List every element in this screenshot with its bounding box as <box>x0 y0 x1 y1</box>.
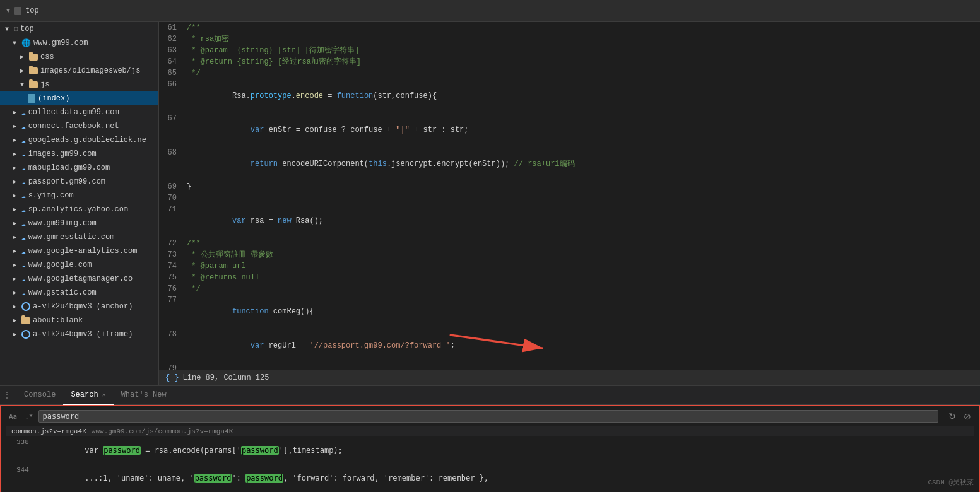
sidebar-item-a-vlk2u4-iframe[interactable]: ▶ a-vlk2u4bqmv3 (iframe) <box>0 327 158 341</box>
sidebar-item-www-gmresstatic[interactable]: ▶ ☁ www.gmresstatic.com <box>0 230 158 244</box>
code-line-67: 67 var enStr = confuse ? confuse + "|" +… <box>159 113 980 147</box>
expand-arrow-css: ▶ <box>20 53 28 61</box>
code-line-69: 69 } <box>159 181 980 192</box>
cloud-icon-www-gstatic: ☁ <box>21 289 26 297</box>
cloud-icon-collectdata: ☁ <box>21 108 26 117</box>
tab-search[interactable]: Search ✕ <box>63 386 113 405</box>
bottom-panel: ⋮ Console Search ✕ What's New Aa .* ↻ ⊘ … <box>0 385 980 492</box>
code-line-78: 78 var regUrl = '//passport.gm99.com/?fo… <box>159 329 980 363</box>
sidebar-item-www-gm99img[interactable]: ▶ ☁ www.gm99img.com <box>0 216 158 230</box>
sidebar-item-collectdata[interactable]: ▶ ☁ collectdata.gm99.com <box>0 105 158 119</box>
sidebar-label-www-gm99img: www.gm99img.com <box>28 219 97 228</box>
sidebar-item-www-gm99[interactable]: ▼ 🌐 www.gm99.com <box>0 36 158 50</box>
tab-whats-new[interactable]: What's New <box>114 386 174 405</box>
code-line-73: 73 * 公共彈窗註冊 帶參數 <box>159 249 980 261</box>
search-option-regex[interactable]: .* <box>22 411 35 422</box>
code-editor: 61 /** 62 * rsa加密 63 * @param {string} [… <box>159 22 980 385</box>
search-refresh-button[interactable]: ↻ <box>946 410 959 423</box>
sidebar-label-connect-fb: connect.facebook.net <box>28 122 119 131</box>
anchor-icon <box>21 302 30 311</box>
sidebar-item-www-google-analytics[interactable]: ▶ ☁ www.google-analytics.com <box>0 244 158 258</box>
search-input[interactable] <box>43 412 935 421</box>
sidebar-item-js[interactable]: ▼ js <box>0 78 158 91</box>
file-icon-index <box>28 94 35 103</box>
code-line-77: 77 function comReg(){ <box>159 295 980 329</box>
main-area: ▼ □ top ▼ 🌐 www.gm99.com ▶ css ▶ images/… <box>0 22 980 385</box>
expand-arrow-mabupload: ▶ <box>13 164 20 172</box>
sidebar-item-connect-fb[interactable]: ▶ ☁ connect.facebook.net <box>0 119 158 133</box>
sidebar-item-index[interactable]: (index) <box>0 91 158 105</box>
expand-arrow-connect-fb: ▶ <box>13 122 20 130</box>
search-option-aa[interactable]: Aa <box>6 411 20 422</box>
sidebar-item-mabupload[interactable]: ▶ ☁ mabupload.gm99.com <box>0 161 158 175</box>
sidebar-label-a-vlk2u4: a-vlk2u4bqmv3 (anchor) <box>33 302 133 311</box>
cloud-icon-mabupload: ☁ <box>21 164 26 172</box>
sidebar-item-a-vlk2u4[interactable]: ▶ a-vlk2u4bqmv3 (anchor) <box>0 300 158 313</box>
sidebar-label-www-googletagmanager: www.googletagmanager.co <box>28 274 133 283</box>
search-clear-button[interactable]: ⊘ <box>961 410 974 423</box>
expand-arrow-js: ▼ <box>20 81 28 88</box>
sidebar-item-images[interactable]: ▶ images/oldimagesweb/js <box>0 64 158 78</box>
code-line-79: 79 var locationHref = location.href; <box>159 363 980 370</box>
expand-arrow-www-googletagmanager: ▶ <box>13 275 20 283</box>
cloud-icon-www-gm99img: ☁ <box>21 220 26 228</box>
status-bar: { } Line 89, Column 125 <box>159 370 980 385</box>
expand-arrow-a-vlk2u4: ▶ <box>13 303 20 310</box>
tab-whats-new-label: What's New <box>121 390 167 399</box>
sidebar-item-s-yimg[interactable]: ▶ ☁ s.yimg.com <box>0 189 158 202</box>
tab-search-label: Search <box>71 390 98 399</box>
expand-arrow-a-vlk2u4-iframe: ▶ <box>13 331 20 338</box>
sidebar-label-collectdata: collectdata.gm99.com <box>28 108 119 117</box>
watermark: CSDN @吴秋菜 <box>928 477 974 487</box>
sidebar-item-passport[interactable]: ▶ ☁ passport.gm99.com <box>0 175 158 189</box>
search-result-line-344[interactable]: 344 ...:1, 'uname': uname, 'password': p… <box>6 464 974 492</box>
globe-icon: 🌐 <box>21 38 31 48</box>
expand-arrow-s-yimg: ▶ <box>13 192 20 199</box>
code-line-68: 68 return encodeURIComponent(this.jsencr… <box>159 147 980 181</box>
code-line-61: 61 /** <box>159 22 980 33</box>
sidebar-item-sp-analytics[interactable]: ▶ ☁ sp.analytics.yahoo.com <box>0 202 158 216</box>
code-line-63: 63 * @param {string} [str] [待加密字符串] <box>159 45 980 56</box>
cloud-icon-sp-analytics: ☁ <box>21 206 26 214</box>
sidebar-label-images: images/oldimagesweb/js <box>40 66 140 75</box>
sidebar-item-top[interactable]: ▼ □ top <box>0 22 158 36</box>
expand-arrow-images: ▶ <box>20 67 28 74</box>
bottom-tabs: ⋮ Console Search ✕ What's New <box>0 386 980 405</box>
sidebar-item-about-blank[interactable]: ▶ about:blank <box>0 313 158 327</box>
status-position: Line 89, Column 125 <box>183 373 269 382</box>
sidebar-label-www-gm99: www.gm99.com <box>33 38 88 47</box>
sidebar-item-images-gm99[interactable]: ▶ ☁ images.gm99.com <box>0 147 158 161</box>
cloud-icon-www-google: ☁ <box>21 261 26 269</box>
panel-menu-icon[interactable]: ⋮ <box>3 391 11 400</box>
tab-search-close[interactable]: ✕ <box>102 391 106 399</box>
cloud-icon-googleads: ☁ <box>21 136 26 144</box>
cloud-icon-connect-fb: ☁ <box>21 122 26 131</box>
sidebar-item-css[interactable]: ▶ css <box>0 50 158 64</box>
cloud-icon-www-gmresstatic: ☁ <box>21 233 26 242</box>
search-result-line-338[interactable]: 338 var password = rsa.encode(params['pa… <box>6 436 974 464</box>
cloud-icon-www-googletagmanager: ☁ <box>21 275 26 283</box>
sidebar-item-www-gstatic[interactable]: ▶ ☁ www.gstatic.com <box>0 286 158 300</box>
folder-icon-css <box>29 54 38 61</box>
sidebar-item-googleads[interactable]: ▶ ☁ googleads.g.doubleclick.ne <box>0 133 158 147</box>
expand-arrow-googleads: ▶ <box>13 136 20 144</box>
tab-console[interactable]: Console <box>16 386 63 405</box>
code-line-76: 76 */ <box>159 283 980 295</box>
expand-arrow-top: ▼ <box>5 26 13 33</box>
code-line-72: 72 /** <box>159 238 980 249</box>
sidebar: ▼ □ top ▼ 🌐 www.gm99.com ▶ css ▶ images/… <box>0 22 159 385</box>
expand-arrow-collectdata: ▶ <box>13 108 20 116</box>
expand-arrow-www-gmresstatic: ▶ <box>13 233 20 241</box>
sidebar-label-a-vlk2u4-iframe: a-vlk2u4bqmv3 (iframe) <box>33 330 133 339</box>
code-line-64: 64 * @return {string} [经过rsa加密的字符串] <box>159 56 980 67</box>
sidebar-label-js: js <box>40 80 49 89</box>
sidebar-label-googleads: googleads.g.doubleclick.ne <box>28 136 146 144</box>
expand-arrow-about-blank: ▶ <box>13 317 20 324</box>
sidebar-item-www-google[interactable]: ▶ ☁ www.google.com <box>0 258 158 272</box>
sidebar-item-www-googletagmanager[interactable]: ▶ ☁ www.googletagmanager.co <box>0 272 158 286</box>
folder-icon-images <box>29 67 38 74</box>
sidebar-label-www-gstatic: www.gstatic.com <box>28 288 97 297</box>
expand-arrow-www-google-analytics: ▶ <box>13 247 20 255</box>
code-content: 61 /** 62 * rsa加密 63 * @param {string} [… <box>159 22 980 370</box>
sidebar-label-index: (index) <box>38 94 69 103</box>
